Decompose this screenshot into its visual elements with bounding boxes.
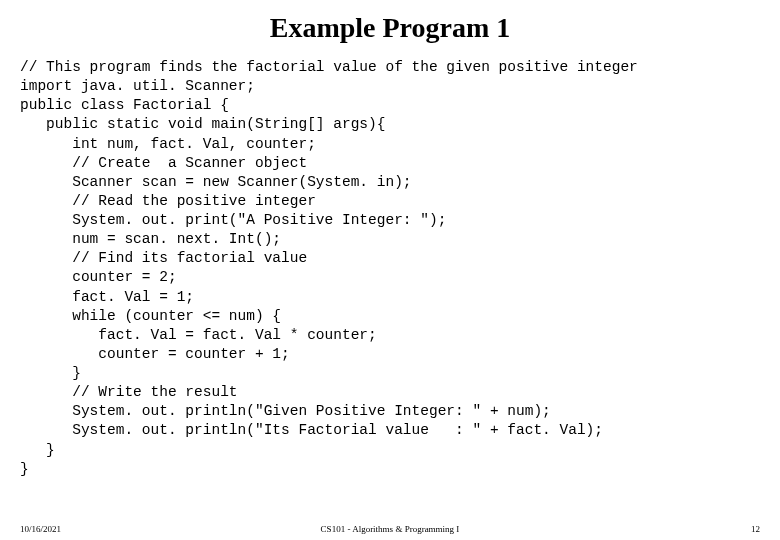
footer-course: CS101 - Algorithms & Programming I [321,524,460,534]
footer: 10/16/2021 CS101 - Algorithms & Programm… [20,524,760,534]
footer-date: 10/16/2021 [20,524,61,534]
footer-page: 12 [751,524,760,534]
code-block: // This program finds the factorial valu… [20,58,760,479]
slide-title: Example Program 1 [20,12,760,44]
